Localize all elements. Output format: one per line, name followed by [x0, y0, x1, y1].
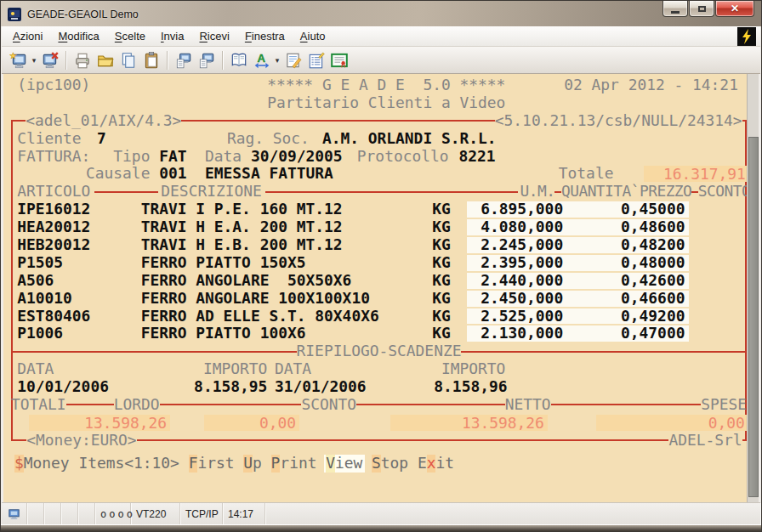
scadenza-importo-label: IMPORTO	[441, 360, 505, 378]
rule	[11, 351, 297, 353]
netto-label: NETTO	[505, 396, 551, 414]
item-code: IPE16012	[17, 201, 90, 218]
table-row[interactable]: HEB20012 TRAVI H E.B. 200 MT.12 KG 2.245…	[14, 236, 748, 254]
item-quantity: 2.395,000	[473, 254, 564, 272]
table-row[interactable]: P1505 FERRO PIATTO 150X5 KG 2.395,000 0,…	[14, 254, 748, 272]
spese-value: 0,00	[596, 415, 748, 431]
command-first-hotkey[interactable]: F	[189, 455, 198, 473]
command-exit[interactable]: it	[435, 455, 454, 473]
new-session-dropdown-icon[interactable]: ▾	[30, 56, 38, 65]
send-file-icon	[174, 51, 193, 70]
printer-icon	[73, 51, 92, 70]
license-button[interactable]	[327, 48, 350, 71]
command-line[interactable]: $ Money Items<1:10> F irst U p P rint V …	[14, 455, 748, 473]
command-exit-prefix[interactable]: E	[418, 455, 427, 473]
table-row[interactable]: IPE16012 TRAVI I P.E. 160 MT.12 KG 6.895…	[14, 201, 748, 218]
command-print-hotkey[interactable]: P	[271, 455, 281, 473]
scrollbar-thumb[interactable]	[748, 137, 759, 497]
send-file-button[interactable]	[172, 48, 195, 71]
menu-item[interactable]: Scelte	[107, 27, 153, 45]
table-row[interactable]: A506 FERRO ANGOLARE 50X50X6 KG 2.440,000…	[14, 272, 748, 290]
open-button[interactable]	[94, 48, 117, 71]
close-button[interactable]: ✕	[715, 1, 754, 17]
item-code: HEA20012	[17, 218, 90, 236]
menu-item[interactable]: Finestra	[237, 27, 293, 45]
command-exit-hotkey[interactable]: x	[427, 455, 436, 473]
rule	[551, 404, 702, 405]
disconnect-button[interactable]	[38, 48, 61, 71]
terminal-datetime: 02 Apr 2012 - 14:21	[564, 76, 738, 94]
address-book-button[interactable]	[227, 48, 250, 71]
tipo-value[interactable]: FAT	[159, 148, 186, 166]
command-view-hotkey[interactable]: V	[326, 455, 335, 473]
connected-terminal-icon	[7, 507, 21, 522]
svg-text:★: ★	[9, 51, 17, 60]
menu-item[interactable]: Aiuto	[293, 27, 333, 45]
screen-subtitle: Partitario Clienti a Video	[267, 94, 505, 112]
command-up[interactable]: p	[253, 455, 262, 473]
status-cell-empty	[78, 503, 95, 524]
command-view[interactable]: iew	[335, 455, 362, 473]
vertical-scrollbar[interactable]	[747, 74, 759, 502]
table-row[interactable]: A10010 FERRO ANGOLARE 100X100X10 KG 2.45…	[14, 290, 748, 308]
copy-button[interactable]	[117, 48, 139, 71]
command-stop-hotkey[interactable]: S	[372, 455, 381, 473]
netto-value: 13.598,26	[390, 415, 548, 431]
connection-status-cell	[2, 503, 27, 524]
menu-item[interactable]: Modifica	[50, 27, 106, 45]
rule	[554, 191, 561, 193]
cliente-value[interactable]: 7	[97, 130, 106, 148]
status-leds: oooo	[95, 503, 131, 524]
table-row[interactable]: P1006 FERRO PIATTO 100X6 KG 2.130,000 0,…	[14, 325, 748, 342]
title-bar[interactable]: GEADE-GEAOIL Demo ✕	[1, 1, 761, 26]
item-price: 0,48000	[589, 254, 685, 272]
data-value[interactable]: 30/09/2005	[251, 148, 343, 166]
totali-label: TOTALI	[11, 396, 66, 414]
totale-field: 16.317,91	[644, 166, 748, 182]
license-icon	[330, 51, 349, 70]
properties-button[interactable]	[304, 48, 327, 71]
item-quantity: 2.130,000	[473, 325, 564, 342]
command-stop[interactable]: top	[381, 455, 408, 473]
minimize-button[interactable]	[662, 1, 688, 17]
font-button[interactable]: A	[250, 48, 273, 71]
paste-button[interactable]	[139, 48, 162, 71]
table-row[interactable]: EST80406 FERRO AD ELLE S.T. 80X40X6 KG 2…	[14, 308, 748, 325]
table-row[interactable]: HEA20012 TRAVI H E.A. 200 MT.12 KG 4.080…	[14, 218, 748, 236]
item-code: HEB20012	[17, 236, 90, 254]
col-prezzo: PREZZO	[640, 183, 691, 201]
rule	[137, 439, 669, 441]
menu-item[interactable]: Invia	[153, 27, 191, 45]
item-price: 0,48600	[589, 218, 685, 236]
new-session-button[interactable]: ★	[7, 48, 30, 71]
prompt-symbol: $	[14, 455, 24, 473]
menu-item[interactable]: Azioni	[5, 27, 50, 45]
disconnect-icon	[41, 51, 60, 70]
folder-icon	[96, 51, 115, 70]
command-first[interactable]: irst	[197, 455, 234, 473]
item-description: TRAVI H E.B. 200 MT.12	[141, 236, 343, 254]
causale-value[interactable]: 001	[159, 165, 186, 183]
copy-icon	[119, 51, 138, 70]
status-cell-empty	[265, 503, 760, 524]
item-um: KG	[432, 308, 451, 325]
maximize-button[interactable]	[689, 1, 714, 17]
command-print[interactable]: rint	[280, 455, 316, 473]
menu-item[interactable]: Ricevi	[191, 27, 236, 45]
receive-file-button[interactable]	[195, 48, 218, 71]
toolbar: ★ ▾	[2, 47, 760, 74]
cliente-label: Cliente	[17, 130, 81, 148]
print-button[interactable]	[71, 48, 94, 71]
font-dropdown-icon[interactable]: ▾	[273, 56, 281, 65]
notepad-button[interactable]	[281, 48, 304, 71]
status-time: 14:17	[223, 503, 265, 524]
item-description: FERRO ANGOLARE 50X50X6	[141, 272, 352, 290]
protocollo-value[interactable]: 8221	[458, 148, 495, 166]
command-scope: Money Items<1:10>	[24, 455, 179, 473]
item-code: P1505	[17, 254, 63, 272]
item-description: FERRO PIATTO 150X5	[141, 254, 306, 272]
terminal-screen[interactable]: (ipc100) ***** G E A D E 5.0 ***** 02 Ap…	[3, 74, 748, 502]
spese-label: SPESE	[701, 396, 747, 414]
command-up-hotkey[interactable]: U	[243, 455, 253, 473]
causale-desc: EMESSA FATTURA	[205, 165, 333, 183]
